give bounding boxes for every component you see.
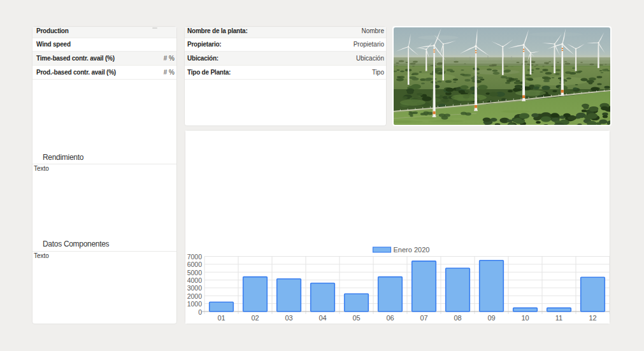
- svg-text:7000: 7000: [187, 253, 203, 261]
- svg-text:04: 04: [318, 314, 326, 322]
- svg-text:0: 0: [198, 308, 202, 316]
- svg-text:01: 01: [217, 314, 225, 322]
- svg-text:08: 08: [454, 314, 461, 322]
- svg-text:09: 09: [487, 314, 495, 322]
- svg-text:02: 02: [251, 314, 259, 322]
- svg-text:2000: 2000: [187, 292, 203, 300]
- svg-text:4000: 4000: [187, 276, 203, 284]
- svg-text:5000: 5000: [187, 269, 203, 276]
- svg-text:1000: 1000: [187, 300, 203, 308]
- svg-text:11: 11: [555, 314, 562, 322]
- svg-text:06: 06: [386, 314, 394, 322]
- svg-text:10: 10: [521, 314, 529, 322]
- svg-text:3000: 3000: [187, 284, 203, 292]
- svg-text:6000: 6000: [187, 261, 203, 268]
- svg-text:05: 05: [352, 314, 360, 322]
- svg-text:07: 07: [420, 314, 427, 322]
- svg-text:12: 12: [589, 314, 596, 322]
- svg-text:03: 03: [285, 314, 292, 322]
- svg-text:Enero 2020: Enero 2020: [394, 246, 430, 254]
